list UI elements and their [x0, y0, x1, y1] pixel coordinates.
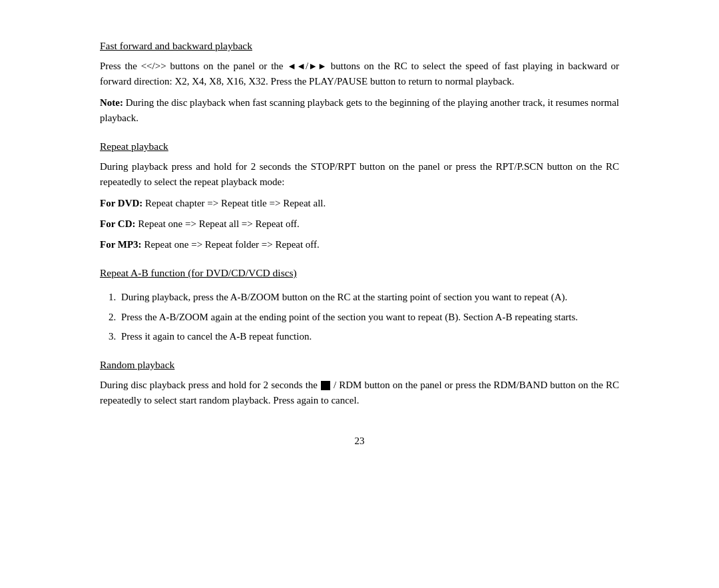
rp-dvd-line: For DVD: Repeat chapter => Repeat title … [100, 196, 619, 211]
list-item-3: Press it again to cancel the A-B repeat … [119, 329, 619, 344]
fastforward-symbol: ►► [308, 61, 327, 71]
section-fast-forward: Fast forward and backward playback Press… [100, 40, 619, 126]
section-repeat-ab: Repeat A-B function (for DVD/CD/VCD disc… [100, 267, 619, 344]
for-cd-bold: For CD: [100, 218, 135, 229]
for-mp3-bold: For MP3: [100, 239, 142, 250]
rp-mp3-line: For MP3: Repeat one => Repeat folder => … [100, 237, 619, 252]
rdm-paragraph-1: During disc playback press and hold for … [100, 378, 619, 409]
rdm-button-icon [321, 381, 330, 390]
section-random-playback: Random playback During disc playback pre… [100, 359, 619, 409]
rp-paragraph-1: During playback press and hold for 2 sec… [100, 159, 619, 190]
section-title-fast-forward: Fast forward and backward playback [100, 40, 252, 52]
rp-cd-line: For CD: Repeat one => Repeat all => Repe… [100, 216, 619, 232]
ff-paragraph-1: Press the <</>> buttons on the panel or … [100, 59, 619, 90]
for-dvd-bold: For DVD: [100, 198, 142, 208]
section-repeat-playback: Repeat playback During playback press an… [100, 141, 619, 252]
section-title-random-playback: Random playback [100, 359, 174, 371]
list-item-2: Press the A-B/ZOOM again at the ending p… [119, 310, 619, 325]
repeat-ab-list: During playback, press the A-B/ZOOM butt… [119, 290, 619, 344]
note-bold: Note: [100, 97, 123, 108]
ff-paragraph-note: Note: During the disc playback when fast… [100, 95, 619, 127]
page-content: Fast forward and backward playback Press… [100, 0, 619, 487]
section-title-repeat-playback: Repeat playback [100, 141, 168, 152]
list-item-1: During playback, press the A-B/ZOOM butt… [119, 290, 619, 305]
section-title-repeat-ab: Repeat A-B function (for DVD/CD/VCD disc… [100, 267, 297, 279]
page-number: 23 [100, 436, 619, 447]
rewind-symbol: ◄◄ [287, 61, 306, 71]
